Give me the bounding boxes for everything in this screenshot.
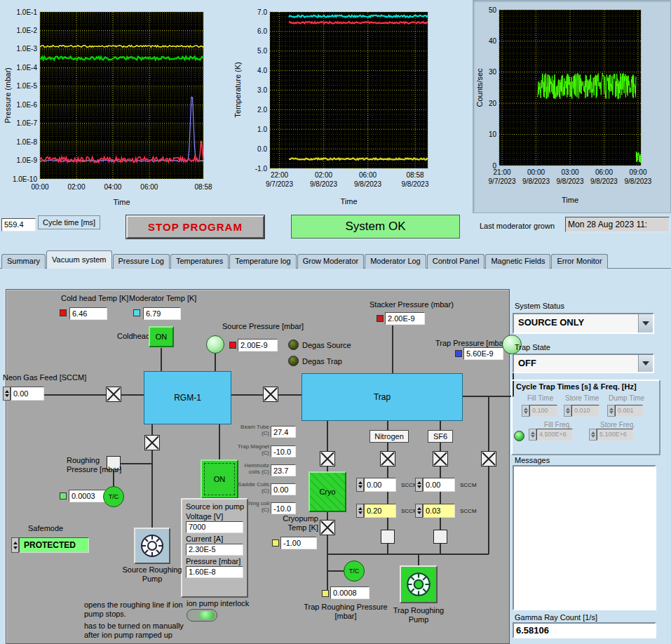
spinner-arrows-icon[interactable] xyxy=(11,537,19,553)
trap-state-dropdown[interactable]: OFF xyxy=(513,354,654,373)
ion-pump-interlock-switch[interactable] xyxy=(187,609,217,622)
svg-text:Time: Time xyxy=(562,196,578,204)
safemode-selector[interactable]: PROTECTED xyxy=(11,537,89,553)
coldhead-on-button[interactable]: ON xyxy=(149,326,174,347)
source-pressure-value: 2.00E-9 xyxy=(238,339,278,351)
spinner-arrows-icon[interactable] xyxy=(356,504,364,518)
fill-time-spinner[interactable]: 0.100 xyxy=(522,405,557,417)
store-freq-spinner[interactable]: 5.100E+6 xyxy=(589,429,633,441)
nitrogen-actual-spinner[interactable]: 0.20 xyxy=(356,504,396,518)
tab-summary[interactable]: Summary xyxy=(1,254,46,269)
stop-program-button[interactable]: STOP PROGRAM xyxy=(126,215,264,239)
svg-text:1.0E-5: 1.0E-5 xyxy=(17,82,38,90)
messages-box[interactable] xyxy=(513,465,656,610)
trap-magnet-value: -10.0 xyxy=(271,445,296,457)
sf6-actual-unit: SCCM xyxy=(460,508,477,514)
tab-moderator-log[interactable]: Moderator Log xyxy=(365,254,426,269)
svg-text:9/8/2023: 9/8/2023 xyxy=(624,177,651,185)
ion-pump-voltage-label: Voltage [V] xyxy=(186,512,243,521)
valve-nitrogen[interactable] xyxy=(380,451,395,467)
valve-beamline[interactable] xyxy=(263,387,278,402)
roughing-pressure-value: 0.0003 xyxy=(69,490,106,502)
fill-freq-spinner[interactable]: 4.500E+6 xyxy=(529,429,573,441)
nitrogen-setpoint-value[interactable]: 0.00 xyxy=(364,478,396,492)
dropdown-arrow-icon[interactable] xyxy=(638,314,653,333)
store-time-spinner[interactable]: 0.010 xyxy=(564,405,599,417)
cold-head-red-square-icon xyxy=(60,309,67,316)
svg-text:30: 30 xyxy=(489,68,497,76)
svg-text:03:00: 03:00 xyxy=(561,168,578,176)
svg-text:1.0E-6: 1.0E-6 xyxy=(17,101,38,109)
svg-text:20: 20 xyxy=(489,100,497,107)
spinner-arrows-icon[interactable] xyxy=(356,478,364,492)
tab-temperature-log[interactable]: Temperature log xyxy=(229,254,297,269)
valve-neon-inlet[interactable] xyxy=(106,387,121,402)
store-time-value: 0.010 xyxy=(571,405,599,417)
system-status-value: SOURCE ONLY xyxy=(514,314,638,333)
source-thermocouple-gauge: T/C xyxy=(103,486,124,507)
svg-text:1.0E-2: 1.0E-2 xyxy=(17,27,38,34)
fill-freq-label: Fill Freq. xyxy=(544,421,571,429)
neon-feed-spinner[interactable]: 0.00 xyxy=(3,387,44,401)
degas-source-led-icon[interactable] xyxy=(288,340,299,350)
sf6-actual-value[interactable]: 0.03 xyxy=(423,504,455,518)
valve-cryo-bottom[interactable] xyxy=(320,520,335,535)
valve-sf6[interactable] xyxy=(433,451,448,467)
valve-source-roughing[interactable] xyxy=(144,435,160,450)
spinner-arrows-icon[interactable] xyxy=(415,478,423,492)
ion-pump-on-button[interactable]: ON xyxy=(201,459,238,499)
vacuum-control-app: 1.0E-11.0E-21.0E-31.0E-41.0E-51.0E-61.0E… xyxy=(0,0,671,644)
ion-pump-pressure-label: Pressure [mbar] xyxy=(186,557,243,565)
cryo-yellow-square-icon xyxy=(272,539,279,546)
sf6-setpoint-spinner[interactable]: 0.00 xyxy=(415,478,455,492)
tab-magnetic-fields[interactable]: Magnetic Fields xyxy=(485,254,550,269)
dropdown-arrow-icon[interactable] xyxy=(638,355,653,372)
sf6-setpoint-value[interactable]: 0.00 xyxy=(423,478,455,492)
ion-pump-title: Source ion pump xyxy=(186,502,243,511)
trap-pressure-label: Trap Pressure [mbar] xyxy=(435,339,508,347)
valve-cryo-top[interactable] xyxy=(320,451,335,467)
svg-text:22:00: 22:00 xyxy=(271,171,288,179)
saddle-coils-value: 0.00 xyxy=(271,483,296,495)
tab-pressure-log[interactable]: Pressure Log xyxy=(113,254,170,269)
tab-temperatures[interactable]: Temperatures xyxy=(170,254,229,269)
safemode-value[interactable]: PROTECTED xyxy=(19,537,89,553)
cycle-trap-groupbox xyxy=(511,380,660,455)
tab-error-monitor[interactable]: Error Monitor xyxy=(551,254,607,269)
svg-text:00:00: 00:00 xyxy=(527,168,545,176)
svg-text:08:58: 08:58 xyxy=(406,171,423,179)
pressure-chart: 1.0E-11.0E-21.0E-31.0E-41.0E-51.0E-61.0E… xyxy=(1,6,216,216)
safemode-label: Safemode xyxy=(28,524,63,532)
dump-time-spinner[interactable]: 0.001 xyxy=(607,405,643,417)
dump-time-value: 0.001 xyxy=(615,405,643,417)
svg-text:4.0: 4.0 xyxy=(257,67,267,74)
tab-control-panel[interactable]: Control Panel xyxy=(427,254,485,269)
trap-roughing-pressure-label: Trap Roughing Pressure [mbar] xyxy=(304,603,388,621)
system-status-dropdown[interactable]: SOURCE ONLY xyxy=(513,313,654,334)
valve-trap-right[interactable] xyxy=(481,451,496,467)
spinner-arrows-icon[interactable] xyxy=(3,387,11,401)
svg-text:9/8/2023: 9/8/2023 xyxy=(522,177,550,185)
cryo-pump-button[interactable]: Cryo xyxy=(309,471,346,512)
ion-pump-panel: Source ion pump Voltage [V] 7000 Current… xyxy=(181,498,248,598)
svg-text:0.0: 0.0 xyxy=(257,145,267,153)
sf6-actual-spinner[interactable]: 0.03 xyxy=(415,504,455,518)
neon-feed-value[interactable]: 0.00 xyxy=(11,387,44,401)
nitrogen-setpoint-spinner[interactable]: 0.00 xyxy=(356,478,396,492)
interlock-indicator-icon xyxy=(199,611,215,619)
source-roughing-pump-button[interactable] xyxy=(134,528,170,564)
valve-x-icon xyxy=(264,387,278,401)
spinner-arrows-icon[interactable] xyxy=(415,504,423,518)
moderator-temp-value: 6.79 xyxy=(143,307,181,320)
nitrogen-actual-value[interactable]: 0.20 xyxy=(364,504,396,518)
degas-trap-led-icon[interactable] xyxy=(288,356,299,366)
roughing-pressure-label: Roughing Pressure [mbar] xyxy=(67,456,130,474)
tab-grow-moderator[interactable]: Grow Moderator xyxy=(297,254,364,269)
source-red-square-icon xyxy=(229,342,236,349)
tab-vacuum-system[interactable]: Vacuum system xyxy=(46,250,111,269)
trap-roughing-pump-button[interactable] xyxy=(400,565,438,603)
cycle-time-value: 559.4 xyxy=(1,218,36,232)
roughing-green-square-icon xyxy=(60,492,67,499)
interlock-note-1: opens the roughing line if ion pump stop… xyxy=(84,601,186,619)
helmholtz-coils-value: 23.7 xyxy=(271,464,296,476)
